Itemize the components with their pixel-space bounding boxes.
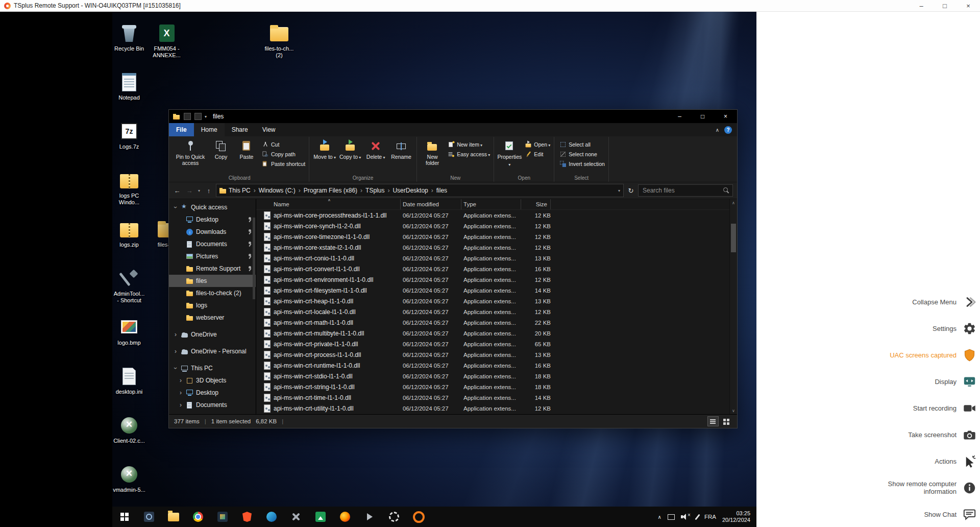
ribbon-button-pin-to-quick-access[interactable]: Pin to Quick access	[173, 138, 208, 167]
nav-item-documents[interactable]: › Documents	[169, 399, 256, 411]
nav-item-onedrive[interactable]: › OneDrive	[169, 328, 256, 341]
back-button[interactable]: ←	[172, 187, 182, 195]
nav-item-webserver[interactable]: › webserver	[169, 312, 256, 324]
desktop-icon-logs-7z[interactable]: Logs.7z	[112, 121, 146, 150]
taskbar-icon-photos[interactable]	[210, 507, 235, 527]
remote-desktop[interactable]: Recycle Bin FMM054 - ANNEXE... files-to-…	[112, 11, 756, 527]
ribbon-button-cut[interactable]: Cut	[260, 140, 306, 149]
file-row-api-ms-win-crt-environment-l1-1-0-dll[interactable]: api-ms-win-crt-environment-l1-1-0.dll 06…	[256, 274, 729, 285]
file-row-api-ms-win-crt-conio-l1-1-0-dll[interactable]: api-ms-win-crt-conio-l1-1-0.dll 06/12/20…	[256, 253, 729, 264]
expander-icon[interactable]: ›	[178, 401, 183, 409]
desktop-icon-fmm054[interactable]: FMM054 - ANNEXE...	[150, 22, 184, 59]
scrollbar-thumb[interactable]	[731, 224, 736, 252]
desktop-icon-logs-zip[interactable]: logs.zip	[112, 219, 146, 248]
scrollbar-track[interactable]	[730, 206, 737, 407]
app-minimize-button[interactable]: –	[910, 0, 933, 11]
menu-item-display[interactable]: Display	[867, 368, 976, 395]
menu-item-show-chat[interactable]: Show Chat	[867, 501, 976, 527]
nav-item-files[interactable]: › files	[169, 275, 256, 287]
taskbar-icon-tsplus[interactable]	[406, 507, 431, 527]
file-row-api-ms-win-crt-locale-l1-1-0-dll[interactable]: api-ms-win-crt-locale-l1-1-0.dll 06/12/2…	[256, 306, 729, 317]
taskbar-icon-paint[interactable]	[308, 507, 333, 527]
column-header-size[interactable]: Size	[521, 199, 551, 209]
file-row-api-ms-win-crt-filesystem-l1-1-0-dll[interactable]: api-ms-win-crt-filesystem-l1-1-0.dll 06/…	[256, 285, 729, 296]
nav-scrollbar[interactable]	[252, 202, 256, 414]
help-icon[interactable]: ?	[724, 126, 732, 134]
ribbon-tab-share[interactable]: Share	[225, 123, 255, 136]
file-row-api-ms-win-core-synch-l1-2-0-dll[interactable]: api-ms-win-core-synch-l1-2-0.dll 06/12/2…	[256, 221, 729, 231]
expander-icon[interactable]: ›	[178, 389, 183, 396]
desktop-icon-logo-bmp[interactable]: logo.bmp	[112, 317, 146, 346]
menu-item-uac-screens-captured[interactable]: UAC screens captured	[867, 342, 976, 368]
recent-locations-dropdown-icon[interactable]: ▾	[197, 188, 202, 193]
explorer-titlebar[interactable]: ▾ files – □ ×	[169, 110, 737, 123]
nav-item-desktop[interactable]: › Desktop	[169, 213, 256, 226]
desktop-icon-client-02-c[interactable]: Client-02.c...	[112, 415, 146, 444]
quick-access-toolbar-button[interactable]	[194, 113, 202, 120]
taskbar-icon-settings[interactable]	[382, 507, 406, 527]
file-row-api-ms-win-crt-heap-l1-1-0-dll[interactable]: api-ms-win-crt-heap-l1-1-0.dll 06/12/202…	[256, 296, 729, 306]
taskbar-icon-tools[interactable]	[284, 507, 308, 527]
nav-item-remote-support[interactable]: › Remote Support	[169, 262, 256, 275]
breadcrumb[interactable]: This PC › Windows (C:) › Program Files (…	[216, 184, 624, 197]
tray-language[interactable]: FRA	[704, 514, 716, 520]
tray-expand-icon[interactable]: ∧	[658, 514, 662, 520]
file-row-api-ms-win-crt-convert-l1-1-0-dll[interactable]: api-ms-win-crt-convert-l1-1-0.dll 06/12/…	[256, 264, 729, 274]
desktop-icon-logs-pc[interactable]: logs PC Windo...	[112, 170, 146, 206]
explorer-close-button[interactable]: ×	[714, 110, 737, 123]
menu-item-actions[interactable]: Actions	[867, 448, 976, 474]
breadcrumb-program-files-x86[interactable]: Program Files (x86) ›	[304, 187, 365, 194]
menu-item-take-screenshot[interactable]: Take screenshot	[867, 421, 976, 448]
file-row-api-ms-win-crt-utility-l1-1-0-dll[interactable]: api-ms-win-crt-utility-l1-1-0.dll 06/12/…	[256, 403, 729, 414]
ribbon-button-copy-path[interactable]: Copy path	[260, 150, 306, 158]
file-row-api-ms-win-crt-string-l1-1-0-dll[interactable]: api-ms-win-crt-string-l1-1-0.dll 06/12/2…	[256, 381, 729, 392]
nav-item-this-pc[interactable]: › This PC	[169, 362, 256, 374]
scroll-down-icon[interactable]: ∨	[732, 407, 735, 414]
expander-icon[interactable]: ›	[173, 331, 178, 338]
taskbar-icon-file-explorer[interactable]	[161, 507, 186, 527]
ribbon-button-new-item[interactable]: New item ▾	[446, 140, 491, 149]
taskbar-icon-send[interactable]	[357, 507, 382, 527]
scroll-up-icon[interactable]: ∧	[732, 199, 735, 206]
address-dropdown-icon[interactable]: ▾	[618, 188, 620, 193]
ribbon-button-new-folder[interactable]: New folder	[420, 138, 445, 167]
nav-scrollbar-thumb[interactable]	[253, 218, 255, 299]
desktop-icon-desktop-ini[interactable]: desktop.ini	[112, 366, 146, 395]
breadcrumb-userdesktop[interactable]: UserDesktop ›	[393, 187, 436, 194]
breadcrumb-windows-c[interactable]: Windows (C:) ›	[259, 187, 304, 194]
ribbon-button-invert-selection[interactable]: Invert selection	[558, 160, 606, 168]
ribbon-button-paste-shortcut[interactable]: Paste shortcut	[260, 160, 306, 168]
forward-button[interactable]: →	[184, 187, 194, 195]
breadcrumb-files[interactable]: files	[436, 187, 447, 194]
file-row-api-ms-win-crt-math-l1-1-0-dll[interactable]: api-ms-win-crt-math-l1-1-0.dll 06/12/202…	[256, 317, 729, 328]
file-row-api-ms-win-crt-process-l1-1-0-dll[interactable]: api-ms-win-crt-process-l1-1-0.dll 06/12/…	[256, 349, 729, 360]
desktop-icon-admintool[interactable]: AdminTool... - Shortcut	[112, 268, 146, 304]
desktop-icon-vmadmin-5[interactable]: vmadmin-5...	[112, 464, 146, 493]
nav-item-pictures[interactable]: › Pictures	[169, 250, 256, 262]
ribbon-button-select-none[interactable]: Select none	[558, 150, 606, 158]
menu-item-collapse-menu[interactable]: Collapse Menu	[867, 289, 976, 315]
column-header-type[interactable]: Type	[461, 199, 521, 209]
app-close-button[interactable]: ×	[957, 0, 980, 11]
ribbon-button-move-to[interactable]: Move to ▾	[312, 138, 337, 162]
tray-display-icon[interactable]	[668, 514, 675, 520]
search-input[interactable]	[642, 186, 720, 195]
refresh-icon[interactable]: ↻	[626, 187, 636, 195]
expander-icon[interactable]: ›	[172, 366, 179, 371]
taskbar-icon-chrome[interactable]	[186, 507, 210, 527]
ribbon-button-rename[interactable]: Rename	[388, 138, 414, 161]
menu-item-start-recording[interactable]: Start recording	[867, 395, 976, 421]
nav-item-logs[interactable]: › logs	[169, 299, 256, 312]
nav-item-quick-access[interactable]: › Quick access	[169, 201, 256, 213]
ribbon-button-paste[interactable]: Paste	[234, 138, 259, 161]
tray-volume-muted-icon[interactable]: ×	[681, 513, 691, 520]
menu-item-settings[interactable]: Settings	[867, 315, 976, 342]
up-button[interactable]: ↑	[204, 187, 214, 195]
ribbon-button-select-all[interactable]: Select all	[558, 140, 606, 149]
file-row-api-ms-win-crt-private-l1-1-0-dll[interactable]: api-ms-win-crt-private-l1-1-0.dll 06/12/…	[256, 339, 729, 349]
nav-item-onedrive-personal[interactable]: › OneDrive - Personal	[169, 345, 256, 357]
menu-item-show-remote-computer-information[interactable]: Show remote computer information	[867, 474, 976, 501]
taskbar-icon-brave[interactable]	[235, 507, 259, 527]
ribbon-button-copy-to[interactable]: Copy to ▾	[337, 138, 363, 162]
tray-clock[interactable]: 03:25 20/12/2024	[722, 510, 750, 523]
